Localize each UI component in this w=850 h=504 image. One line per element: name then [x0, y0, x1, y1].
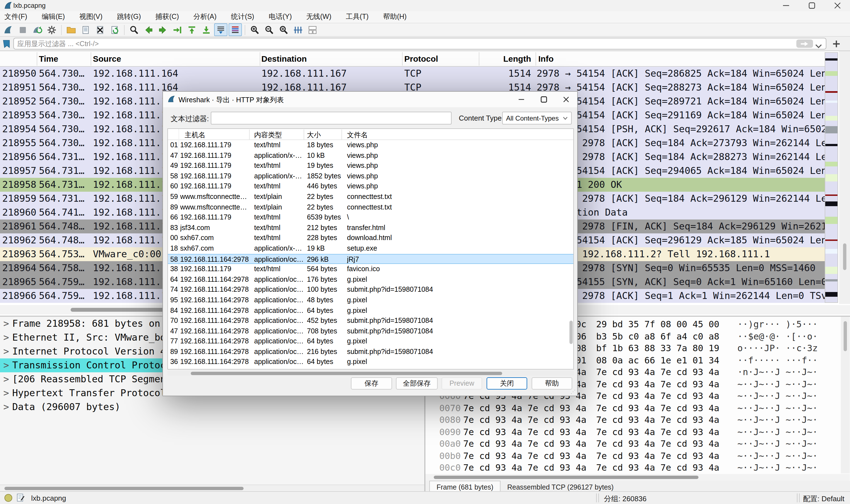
filter-add-button[interactable] [831, 38, 842, 50]
object-row[interactable]: 70192.168.111.164:2978application/oc…452… [168, 316, 573, 326]
content-type-select[interactable]: All Content-Types [502, 112, 572, 125]
hex-row[interactable]: 00a07e cd 93 4a 7e cd 93 4a7e cd 93 4a 7… [426, 438, 817, 450]
object-row[interactable]: 66192.168.111.179text/html6539 bytes\ [168, 212, 573, 222]
find-packet-icon[interactable] [127, 23, 141, 36]
go-forward-icon[interactable] [156, 23, 170, 36]
start-capture-icon[interactable] [2, 23, 15, 36]
dialog-resize-grip[interactable]: ⋰ [571, 389, 576, 395]
object-row[interactable]: 47192.168.111.179application/x-…10 kBvie… [168, 150, 573, 161]
close-button[interactable]: 关闭 [487, 377, 527, 390]
object-row[interactable]: 84192.168.111.164:2978application/oc…64 … [168, 305, 573, 316]
capture-comment-icon[interactable] [17, 493, 24, 504]
expander-icon[interactable]: > [3, 331, 9, 344]
intelligent-scrollbar-minimap[interactable] [825, 52, 838, 303]
save-button[interactable]: 保存 [351, 377, 392, 390]
hex-row[interactable]: 00707e cd 93 4a 7e cd 93 4a7e cd 93 4a 7… [426, 402, 817, 414]
filter-apply-icon[interactable] [796, 39, 813, 48]
minimize-button[interactable] [774, 0, 799, 11]
object-column-separator[interactable] [342, 129, 342, 140]
menu-item-7[interactable]: 电话(Y) [267, 11, 293, 23]
hex-row[interactable]: 00907e cd 93 4a 7e cd 93 4a7e cd 93 4a 7… [426, 426, 817, 438]
zoom-out-icon[interactable] [262, 23, 276, 36]
object-table-vertical-scrollbar[interactable] [569, 140, 573, 368]
object-row[interactable]: 47192.168.111.164:2978application/oc…708… [168, 326, 573, 336]
column-separator[interactable] [536, 52, 536, 66]
go-last-icon[interactable] [200, 23, 213, 36]
object-row[interactable]: 77192.168.111.164:2978application/oc…64 … [168, 337, 573, 347]
object-row[interactable]: 95192.168.111.164:2978application/oc…48 … [168, 295, 573, 305]
object-row[interactable]: 01192.168.111.179text/html18 bytesviews.… [168, 140, 573, 150]
object-table-horizontal-scrollbar[interactable] [168, 371, 574, 376]
object-row[interactable]: 89192.168.111.164:2978application/oc…216… [168, 347, 573, 357]
resize-columns-icon[interactable] [291, 23, 305, 36]
go-first-icon[interactable] [185, 23, 198, 36]
open-file-icon[interactable] [65, 23, 78, 36]
expander-icon[interactable]: > [3, 386, 9, 400]
menu-item-1[interactable]: 编辑(E) [40, 11, 66, 23]
expander-icon[interactable]: > [3, 400, 9, 414]
save-file-icon[interactable] [79, 23, 92, 36]
menu-item-2[interactable]: 视图(V) [78, 11, 103, 23]
object-row[interactable]: 83jsf34.comtext/html212 bytestransfer.ht… [168, 223, 573, 233]
object-row[interactable]: 58192.168.111.164:2978application/oc…296… [168, 254, 573, 264]
close-button[interactable] [825, 0, 850, 11]
filter-bookmark-icon[interactable] [2, 39, 12, 49]
object-row[interactable]: 36192.168.111.164:2978application/oc…64 … [168, 357, 573, 367]
menu-item-8[interactable]: 无线(W) [305, 11, 332, 23]
go-to-packet-icon[interactable] [171, 23, 184, 36]
go-back-icon[interactable] [142, 23, 155, 36]
packet-list-vertical-scrollbar[interactable] [839, 51, 850, 304]
menu-item-4[interactable]: 捕获(C) [154, 11, 180, 23]
column-separator[interactable] [479, 52, 479, 66]
auto-scroll-icon[interactable] [214, 23, 227, 36]
dialog-close-button[interactable] [555, 92, 577, 107]
expander-icon[interactable]: > [3, 317, 9, 331]
expert-info-icon[interactable] [4, 494, 12, 502]
bytes-horizontal-scrollbar[interactable] [426, 474, 850, 481]
zoom-in-icon[interactable] [248, 23, 261, 36]
object-column-separator[interactable] [249, 129, 250, 140]
object-row[interactable]: 58192.168.111.179application/x-…1852 byt… [168, 171, 573, 181]
column-separator[interactable] [91, 52, 91, 66]
object-row[interactable]: 00sxh67.comtext/html228 bytesdownload.ht… [168, 233, 573, 244]
detail-row[interactable]: >Data (296007 bytes) [0, 400, 424, 414]
object-row[interactable]: 60192.168.111.179text/html446 bytesviews… [168, 181, 573, 192]
packet-list-header[interactable]: TimeSourceDestinationProtocolLengthInfo [0, 51, 825, 67]
menu-item-3[interactable]: 跳转(G) [116, 11, 142, 23]
colorize-icon[interactable] [228, 23, 242, 36]
expander-icon[interactable]: > [3, 344, 9, 358]
object-table-header[interactable]: 主机名内容类型大小文件名 [168, 129, 573, 140]
expander-icon[interactable]: > [3, 372, 9, 386]
hex-row[interactable]: 00b07e cd 93 4a 7e cd 93 4a7e cd 93 4a 7… [426, 450, 817, 462]
detail-horizontal-scrollbar[interactable] [0, 485, 424, 491]
zoom-reset-icon[interactable] [277, 23, 290, 36]
hex-row[interactable]: 00c07e cd 93 4a 7e cd 93 4a7e cd 93 4a 7… [426, 462, 817, 474]
object-row[interactable]: 49192.168.111.179text/html19 bytesviews.… [168, 161, 573, 171]
menu-item-6[interactable]: 统计(S) [230, 11, 255, 23]
reload-file-icon[interactable] [108, 23, 121, 36]
object-column-separator[interactable] [303, 129, 304, 140]
object-row[interactable]: 38192.168.111.179text/html564 bytesfavic… [168, 264, 573, 274]
restart-capture-icon[interactable] [31, 23, 44, 36]
help-button[interactable]: 帮助 [532, 377, 572, 390]
text-filter-input[interactable] [211, 112, 452, 125]
column-separator[interactable] [37, 52, 37, 66]
menu-item-0[interactable]: 文件(F) [3, 11, 28, 23]
object-row[interactable]: 64192.168.111.164:2978application/oc…176… [168, 274, 573, 285]
filter-dropdown-caret-icon[interactable] [815, 40, 822, 51]
hex-row[interactable]: 00807e cd 93 4a 7e cd 93 4a7e cd 93 4a 7… [426, 414, 817, 426]
packet-row[interactable]: 218950564.730…192.168.111.164192.168.111… [0, 67, 825, 80]
save-all-button[interactable]: 全部保存 [396, 377, 438, 390]
stop-capture-icon[interactable] [16, 23, 30, 36]
dialog-minimize-button[interactable] [510, 92, 533, 107]
bytes-vertical-scrollbar[interactable] [841, 317, 850, 473]
display-filter-input[interactable] [13, 38, 826, 50]
column-separator[interactable] [260, 52, 260, 66]
close-file-icon[interactable] [93, 23, 107, 36]
capture-options-icon[interactable] [45, 23, 58, 36]
layout-icon[interactable] [306, 23, 319, 36]
menu-item-5[interactable]: 分析(A) [192, 11, 218, 23]
expander-icon[interactable]: > [3, 358, 9, 372]
dialog-maximize-button[interactable] [533, 92, 555, 107]
status-profile[interactable]: 配置: Default [803, 494, 845, 504]
